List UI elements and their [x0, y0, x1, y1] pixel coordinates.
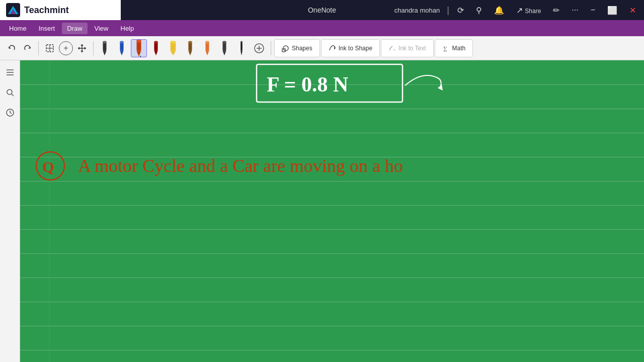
ink-to-shape-group: Ink to Shape	[321, 39, 380, 57]
handwritten-text: A motor Cycle and a Car are moving on a …	[78, 156, 403, 176]
search-icon	[6, 88, 15, 97]
pen-darkred-button[interactable]	[148, 39, 164, 57]
svg-rect-29	[205, 41, 209, 43]
formula-group: F = 0.8 N	[257, 64, 443, 102]
sidebar-nav-icon[interactable]	[2, 64, 18, 80]
toolbar: +	[0, 36, 644, 60]
add-icon: +	[63, 44, 68, 53]
sep-3	[271, 41, 271, 55]
svg-line-48	[12, 94, 14, 96]
math-button[interactable]: ∑ Math	[438, 41, 470, 55]
pen-fine-button[interactable]	[233, 39, 250, 57]
pen-fine-icon	[238, 40, 245, 56]
sep-1	[38, 41, 39, 55]
app-title: OneNote	[308, 6, 336, 14]
titlebar-left: Teachmint	[0, 0, 121, 20]
notifications-button[interactable]: 🔔	[490, 4, 508, 17]
svg-marker-17	[140, 56, 141, 57]
select-tool-button[interactable]	[42, 39, 58, 57]
menu-draw[interactable]: Draw	[62, 23, 87, 34]
svg-point-39	[283, 46, 288, 51]
math-icon: ∑	[442, 44, 450, 52]
pen-brown-icon	[186, 40, 194, 56]
sidebar-search-icon[interactable]	[2, 84, 18, 101]
close-button[interactable]: ✕	[625, 4, 640, 17]
svg-marker-22	[171, 51, 176, 55]
titlebar-right: chandra mohan | ⟳ ⚲ 🔔 ↗ Share ✏ ··· − ⬜ …	[394, 4, 644, 17]
sep-2	[93, 41, 94, 55]
pen-yellow-button[interactable]	[165, 39, 181, 57]
svg-marker-19	[154, 51, 157, 55]
math-group: ∑ Math	[435, 39, 473, 57]
pen-black-icon	[101, 40, 109, 56]
svg-text:F = 0.8 N: F = 0.8 N	[267, 73, 348, 96]
pen-orange2-icon	[203, 40, 211, 56]
search-button[interactable]: ⚲	[472, 4, 486, 17]
menu-view[interactable]: View	[90, 23, 114, 34]
svg-line-51	[10, 113, 12, 114]
pen-mode-button[interactable]: ✏	[549, 4, 564, 17]
ink-to-shape-icon	[329, 44, 337, 52]
pen-orange-icon	[134, 39, 143, 57]
redo-icon	[23, 44, 32, 53]
drawing-canvas[interactable]: F = 0.8 N Q A motor Cycle and a Car are …	[20, 60, 644, 362]
canvas-area[interactable]: F = 0.8 N Q A motor Cycle and a Car are …	[20, 60, 644, 362]
titlebar: Teachmint OneNote chandra mohan | ⟳ ⚲ 🔔 …	[0, 0, 644, 20]
shapes-icon	[282, 44, 290, 52]
svg-marker-25	[188, 51, 192, 55]
pen-orange-button[interactable]	[131, 39, 147, 57]
redo-button[interactable]	[20, 39, 35, 57]
select-icon	[45, 43, 55, 53]
share-label: Share	[525, 8, 541, 15]
pen-brown-button[interactable]	[182, 39, 198, 57]
nav-icon	[6, 68, 15, 77]
undo-button[interactable]	[4, 39, 19, 57]
question-number: Q	[36, 152, 64, 180]
history-icon	[6, 108, 15, 117]
move-tool-button[interactable]	[74, 39, 90, 57]
undo-icon	[7, 44, 16, 53]
ink-to-text-group: A Ink to Text	[381, 39, 433, 57]
svg-rect-26	[188, 41, 192, 43]
share-button[interactable]: ↗ Share	[512, 4, 545, 17]
sidebar	[0, 60, 20, 362]
svg-text:∑: ∑	[443, 45, 447, 52]
svg-rect-35	[240, 41, 243, 43]
svg-marker-34	[240, 51, 243, 55]
svg-rect-16	[137, 39, 141, 42]
svg-marker-28	[205, 51, 209, 55]
add-pen-icon	[254, 43, 265, 54]
add-pen-button[interactable]	[251, 39, 268, 57]
menu-home[interactable]: Home	[4, 23, 32, 34]
sidebar-history-icon[interactable]	[2, 105, 18, 121]
ink-to-text-button[interactable]: A Ink to Text	[384, 41, 430, 55]
svg-rect-10	[103, 41, 106, 43]
refresh-button[interactable]: ⟳	[453, 4, 468, 17]
more-options-button[interactable]: ···	[568, 4, 582, 17]
svg-rect-20	[154, 41, 157, 43]
minimize-button[interactable]: −	[587, 4, 599, 17]
math-label: Math	[452, 45, 466, 52]
brand-name: Teachmint	[24, 5, 69, 16]
menu-help[interactable]: Help	[116, 23, 139, 34]
pen-blue-button[interactable]	[114, 39, 130, 57]
menu-insert[interactable]: Insert	[34, 23, 60, 34]
svg-text:Q: Q	[42, 158, 54, 175]
add-tool-button[interactable]: +	[59, 41, 73, 55]
shapes-button[interactable]: Shapes	[278, 41, 316, 55]
pen-black-button[interactable]	[97, 39, 113, 57]
move-icon	[77, 43, 87, 53]
ink-to-shape-button[interactable]: Ink to Shape	[325, 41, 376, 55]
svg-marker-9	[103, 51, 106, 55]
pen-orange2-button[interactable]	[199, 39, 215, 57]
ink-to-text-label: Ink to Text	[398, 45, 426, 52]
ink-to-text-icon: A	[388, 44, 396, 52]
username-label: chandra mohan	[394, 7, 440, 14]
maximize-button[interactable]: ⬜	[603, 4, 621, 17]
pen-darkred-icon	[152, 40, 160, 56]
brand-area: Teachmint	[0, 0, 121, 20]
pen-dark-icon	[220, 40, 228, 56]
svg-marker-31	[222, 51, 226, 55]
svg-text:A: A	[393, 48, 395, 52]
pen-dark-button[interactable]	[216, 39, 232, 57]
